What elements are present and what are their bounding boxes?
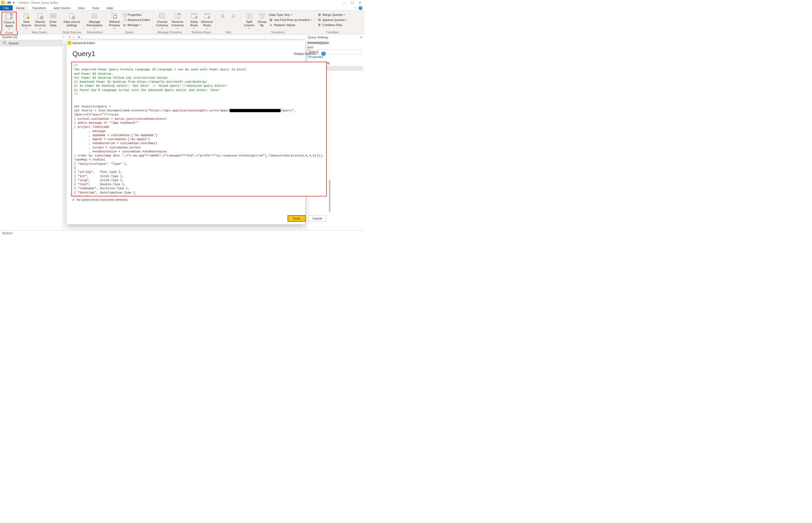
sort-desc-button[interactable]: ZA <box>228 12 239 20</box>
group-transform-label: Transform <box>241 30 314 34</box>
sort-asc-button[interactable]: AZ <box>218 12 228 20</box>
svg-rect-39 <box>250 14 252 18</box>
query-item-label: Query1 <box>8 41 19 45</box>
syntax-status: No syntax errors have been detected. <box>77 198 128 201</box>
formula-accept-icon[interactable]: ✓ <box>72 35 75 39</box>
formula-cancel-icon[interactable]: ✕ <box>68 35 71 39</box>
code-editor[interactable]: /* The exported Power Query Formula Lang… <box>71 62 327 196</box>
window-title: Untitled - Power Query Editor <box>18 1 58 4</box>
ribbon: ✕ Close & Apply▾ Close ✦ New Source▾ Rec… <box>0 11 365 34</box>
group-datasources-label: Data Sources <box>61 30 83 34</box>
collapse-queries-icon[interactable]: ‹ <box>63 35 66 38</box>
group-newquery-label: New Query <box>19 30 60 34</box>
modal-help-icon[interactable]: ? <box>321 52 326 56</box>
query-item-query1[interactable]: ABC Query1 <box>0 40 62 47</box>
refresh-preview-button[interactable]: Refresh Preview▾ <box>107 12 122 30</box>
pbi-logo-icon <box>1 1 5 4</box>
help-icon[interactable]: ? <box>359 6 363 10</box>
advanced-editor-dialog: Advanced Editor — ▢ ✕ Query1 Display Opt… <box>67 40 305 224</box>
svg-point-17 <box>73 17 74 18</box>
first-row-headers-button[interactable]: ⊞Use First Row as Headers ▾ <box>268 17 313 22</box>
query-settings-header: Query Settings <box>308 36 328 39</box>
status-ready: READY <box>2 232 13 235</box>
modal-close-button[interactable]: ✕ <box>327 41 329 45</box>
new-source-button[interactable]: ✦ New Source▾ <box>20 12 33 30</box>
svg-rect-25 <box>162 14 163 18</box>
group-parameters-label: Parameters <box>84 30 105 34</box>
merge-queries-button[interactable]: ⊞Merge Queries ▾ <box>316 12 348 17</box>
svg-rect-0 <box>8 1 10 2</box>
svg-text:A: A <box>232 16 233 18</box>
svg-text:✦: ✦ <box>27 17 29 19</box>
svg-text:✕: ✕ <box>10 13 13 16</box>
tab-transform[interactable]: Transform <box>28 5 50 11</box>
group-managecolumns-label: Manage Columns <box>153 30 186 34</box>
save-icon[interactable] <box>7 1 11 4</box>
abc-icon: ABC <box>3 41 7 46</box>
group-by-button[interactable]: Group By <box>256 12 268 28</box>
enter-data-button[interactable]: Enter Data <box>48 12 59 28</box>
tab-home[interactable]: Home <box>13 5 29 11</box>
close-settings-icon[interactable]: ✕ <box>360 35 363 39</box>
done-button[interactable]: Done <box>288 215 306 222</box>
data-source-settings-button[interactable]: Data source settings <box>62 12 82 28</box>
svg-rect-38 <box>246 14 249 18</box>
tab-file[interactable]: File <box>0 5 13 11</box>
title-bar: | | Untitled - Power Query Editor — ▢ ✕ <box>0 0 365 5</box>
formula-bar: ✕✓ fx <box>67 35 306 39</box>
group-close-label: Close <box>1 31 18 35</box>
remove-columns-button[interactable]: ✕ Remove Columns▾ <box>170 12 185 30</box>
choose-columns-button[interactable]: Choose Columns▾ <box>154 12 170 30</box>
maximize-button[interactable]: ▢ <box>351 1 354 4</box>
manage-parameters-button[interactable]: Manage Parameters▾ <box>85 12 104 30</box>
minimize-button[interactable]: — <box>343 1 346 4</box>
collapse-ribbon-icon[interactable]: ^ <box>355 6 356 10</box>
tab-view[interactable]: View <box>74 5 89 11</box>
qat-dropdown-icon[interactable] <box>13 2 15 4</box>
check-icon: ✔ <box>72 198 75 202</box>
redacted-app-id <box>229 109 281 112</box>
group-sort-label: Sort <box>217 30 240 34</box>
group-reducerows-label: Reduce Rows <box>187 30 216 34</box>
close-button[interactable]: ✕ <box>359 1 361 4</box>
tab-tools[interactable]: Tools <box>88 5 103 11</box>
svg-rect-42 <box>261 16 263 18</box>
split-column-button[interactable]: Split Column▾ <box>242 12 256 30</box>
close-and-apply-button[interactable]: ✕ Close & Apply▾ <box>2 12 17 31</box>
window-controls: — ▢ ✕ <box>343 1 364 4</box>
svg-rect-18 <box>92 14 97 18</box>
svg-text:✕: ✕ <box>208 16 210 19</box>
svg-text:Z: Z <box>221 16 222 18</box>
code-scrollbar[interactable] <box>328 83 331 198</box>
modal-minimize-button[interactable]: — <box>313 41 316 45</box>
tab-help[interactable]: Help <box>103 5 117 11</box>
modal-title: Advanced Editor <box>72 41 95 44</box>
recent-sources-button[interactable]: Recent Sources▾ <box>33 12 48 30</box>
svg-rect-30 <box>191 14 197 15</box>
title-pipe2: | <box>16 1 17 4</box>
properties-button[interactable]: 📋Properties <box>122 12 151 17</box>
manage-query-button[interactable]: 🗂Manage ▾ <box>122 22 151 28</box>
display-options-button[interactable]: Display Options ▾ <box>294 52 318 55</box>
modal-pbi-logo-icon <box>68 41 71 45</box>
tab-add-column[interactable]: Add Column <box>50 5 74 11</box>
advanced-editor-button[interactable]: 📝Advanced Editor <box>122 17 151 22</box>
svg-text:✕: ✕ <box>178 12 181 16</box>
svg-rect-32 <box>204 14 210 15</box>
modal-heading: Query1 <box>72 50 95 58</box>
svg-rect-1 <box>8 3 10 4</box>
status-bar: READY <box>0 230 365 236</box>
keep-rows-button[interactable]: Keep Rows▾ <box>188 12 200 30</box>
data-type-button[interactable]: Data Type: Any ▾ <box>268 12 313 17</box>
replace-values-button[interactable]: ¹⁄₂Replace Values <box>268 22 313 28</box>
group-combine-label: Combine <box>315 30 349 34</box>
combine-files-button[interactable]: 🗎Combine Files <box>316 22 348 28</box>
formula-input[interactable] <box>82 35 306 39</box>
fx-icon[interactable]: fx <box>76 35 82 39</box>
remove-rows-button[interactable]: ✕ Remove Rows▾ <box>200 12 214 30</box>
svg-rect-22 <box>112 14 117 18</box>
modal-maximize-button[interactable]: ▢ <box>320 41 323 45</box>
cancel-button[interactable]: Cancel <box>309 215 326 222</box>
append-queries-button[interactable]: ⊟Append Queries ▾ <box>316 17 348 22</box>
svg-rect-24 <box>159 14 161 18</box>
